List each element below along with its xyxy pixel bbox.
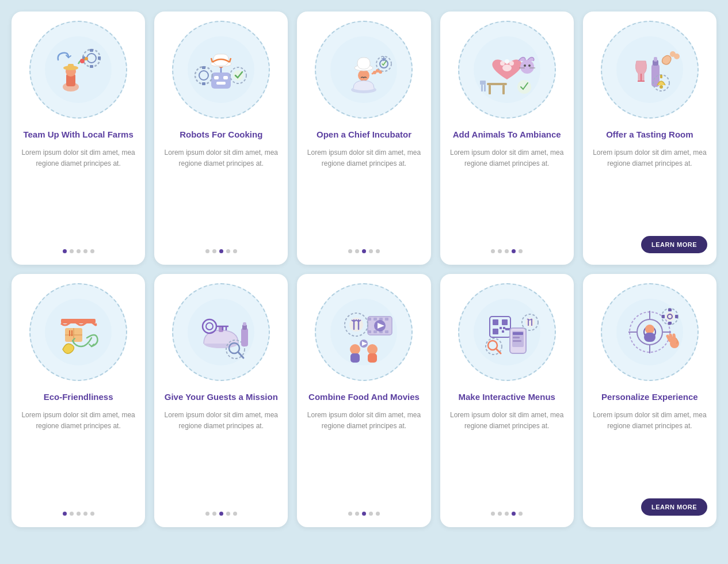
dot-4 — [512, 512, 516, 516]
dot-3 — [219, 512, 223, 516]
svg-point-32 — [358, 70, 369, 81]
svg-rect-118 — [502, 319, 508, 325]
card-title-animals: Add Animals To Ambiance — [453, 129, 561, 140]
svg-point-115 — [474, 299, 540, 365]
svg-line-155 — [670, 335, 672, 340]
svg-point-133 — [525, 318, 535, 327]
card-icon-food-movies — [315, 283, 413, 381]
svg-point-68 — [674, 54, 680, 59]
svg-rect-64 — [654, 57, 657, 62]
dot-5 — [90, 249, 94, 253]
card-body-personalize: Lorem ipsum dolor sit dim amet, mea regi… — [592, 410, 707, 490]
dots-animals — [491, 249, 523, 253]
dots-menus — [491, 512, 523, 516]
dot-3 — [77, 512, 81, 516]
card-body-food-movies: Lorem ipsum dolor sit dim amet, mea regi… — [306, 410, 421, 503]
card-guests-mission: Give Your Guests a Mission Lorem ipsum d… — [154, 274, 288, 527]
svg-point-61 — [616, 36, 683, 103]
card-title-mission: Give Your Guests a Mission — [165, 391, 278, 403]
svg-rect-59 — [480, 81, 486, 83]
card-chief-incubator: Open a Chief Incubator Lorem ipsum dolor… — [297, 12, 430, 265]
dot-4 — [226, 249, 230, 253]
card-icon-team-up — [29, 21, 127, 119]
card-body-eco: Lorem ipsum dolor sit dim amet, mea regi… — [21, 410, 136, 503]
svg-rect-54 — [489, 85, 491, 94]
dot-2 — [70, 249, 74, 253]
card-tasting-room: Offer a Tasting Room Lorem ipsum dolor s… — [583, 12, 716, 265]
dot-3 — [219, 249, 223, 253]
dot-4 — [369, 249, 373, 253]
svg-point-71 — [660, 85, 663, 89]
card-eco: Eco-Friendliness Lorem ipsum dolor sit d… — [12, 274, 145, 527]
card-body-team-up: Lorem ipsum dolor sit dim amet, mea regi… — [21, 147, 136, 241]
svg-point-50 — [528, 64, 531, 67]
svg-rect-55 — [502, 85, 505, 94]
dot-1 — [491, 512, 495, 516]
svg-rect-121 — [503, 327, 505, 329]
svg-rect-5 — [68, 64, 74, 68]
svg-rect-8 — [90, 49, 93, 52]
dot-3 — [362, 512, 366, 516]
svg-point-45 — [505, 59, 509, 64]
card-icon-chief — [315, 21, 413, 119]
dot-2 — [212, 512, 216, 516]
card-title-personalize: Personalize Experience — [601, 391, 698, 403]
card-interactive-menus: Make Interactive Menus Lorem ipsum dolor… — [440, 274, 574, 527]
svg-rect-119 — [493, 329, 498, 334]
svg-rect-9 — [90, 65, 93, 68]
card-icon-animals — [458, 21, 556, 119]
card-title-tasting: Offer a Tasting Room — [606, 129, 693, 140]
card-body-chief: Lorem ipsum dolor sit dim amet, mea regi… — [306, 147, 421, 241]
svg-point-47 — [502, 64, 512, 71]
svg-rect-25 — [202, 66, 205, 69]
svg-rect-15 — [211, 73, 231, 89]
dots-team-up — [63, 249, 94, 253]
svg-rect-145 — [644, 333, 655, 342]
learn-more-button-tasting[interactable]: LEARN MORE — [641, 236, 707, 253]
dot-1 — [205, 249, 209, 253]
svg-point-48 — [520, 60, 534, 74]
card-robots-cooking: Robots For Cooking Lorem ipsum dolor sit… — [154, 12, 288, 265]
svg-point-49 — [524, 64, 526, 67]
dot-5 — [233, 512, 237, 516]
dot-5 — [233, 249, 237, 253]
learn-more-button-personalize[interactable]: LEARN MORE — [641, 498, 707, 516]
card-icon-robots — [172, 21, 270, 119]
card-title-food-movies: Combine Food And Movies — [308, 391, 420, 403]
dot-2 — [355, 249, 359, 253]
dot-1 — [63, 512, 67, 516]
dot-4 — [83, 512, 87, 516]
dot-3 — [77, 249, 81, 253]
card-title-eco: Eco-Friendliness — [44, 391, 113, 403]
svg-rect-128 — [513, 340, 521, 342]
svg-point-147 — [665, 312, 674, 321]
dot-1 — [63, 249, 67, 253]
svg-point-144 — [645, 325, 654, 334]
dot-1 — [491, 249, 495, 253]
svg-rect-100 — [373, 330, 377, 333]
dot-3 — [362, 249, 366, 253]
svg-rect-16 — [214, 76, 219, 79]
svg-rect-96 — [373, 318, 377, 321]
dot-1 — [348, 249, 352, 253]
card-icon-menus — [458, 283, 556, 381]
svg-rect-117 — [493, 319, 498, 325]
dot-5 — [519, 249, 523, 253]
svg-point-12 — [80, 59, 85, 63]
card-icon-mission — [172, 283, 270, 381]
svg-rect-53 — [487, 83, 507, 85]
dots-robots — [205, 249, 237, 253]
card-body-menus: Lorem ipsum dolor sit dim amet, mea regi… — [449, 410, 565, 503]
svg-rect-150 — [668, 322, 672, 325]
dot-5 — [519, 512, 523, 516]
card-body-mission: Lorem ipsum dolor sit dim amet, mea regi… — [163, 410, 279, 503]
dot-3 — [505, 249, 509, 253]
dot-1 — [205, 512, 209, 516]
dot-2 — [355, 512, 359, 516]
dot-3 — [505, 512, 509, 516]
card-title-robots: Robots For Cooking — [180, 129, 262, 140]
card-food-movies: Combine Food And Movies Lorem ipsum dolo… — [297, 274, 430, 527]
svg-rect-152 — [675, 315, 678, 318]
svg-point-109 — [350, 344, 360, 355]
svg-rect-92 — [243, 322, 246, 326]
